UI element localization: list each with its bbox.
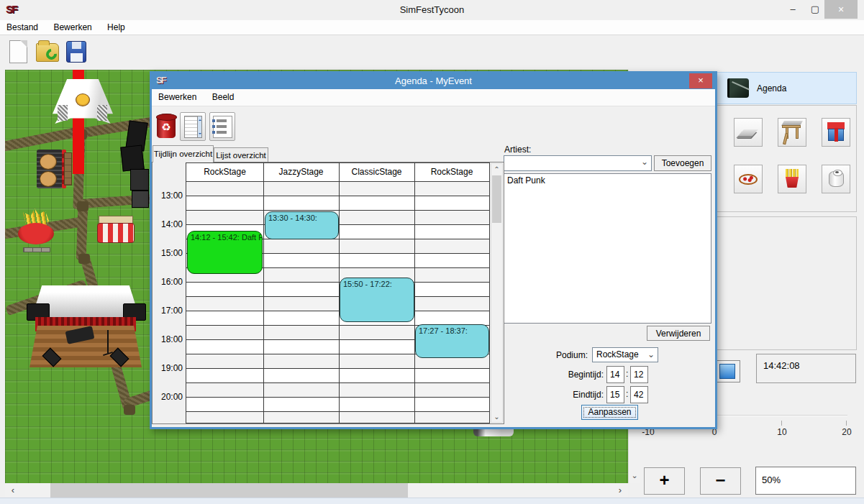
begin-minute-input[interactable]	[630, 366, 648, 383]
booth-body	[97, 223, 135, 243]
stage-structure-icon	[778, 119, 806, 146]
maximize-button[interactable]: ▢	[805, 1, 825, 18]
window-titlebar: SF SimFestTycoon – ▢ ×	[0, 0, 864, 20]
dialog-close-button[interactable]: ×	[689, 73, 712, 88]
tent-fragment	[473, 429, 514, 436]
road	[76, 206, 88, 260]
event-block-selected[interactable]: 14:12 - 15:42: Daft Punk	[187, 231, 263, 274]
road-crossing	[77, 201, 88, 211]
sidebar-item-agenda[interactable]: Agenda	[717, 72, 857, 104]
zoom-level-display: 50%	[755, 467, 856, 495]
road-crossing	[124, 405, 135, 415]
apply-button[interactable]: Aanpassen	[581, 405, 638, 420]
pizza-icon	[739, 174, 758, 185]
close-button[interactable]: ×	[824, 0, 858, 19]
hour-label: 17:00	[154, 306, 183, 316]
minimize-button[interactable]: –	[783, 1, 803, 18]
menu-bewerken[interactable]: Bewerken	[47, 20, 98, 35]
scrollbar-thumb[interactable]	[50, 483, 408, 498]
end-minute-input[interactable]	[630, 386, 648, 403]
hour-label: 13:00	[154, 191, 183, 201]
timeline-panel: 13:00 14:00 15:00 16:00 17:00 18:00 19:0…	[152, 162, 504, 424]
play-button[interactable]	[714, 360, 740, 382]
fries-button[interactable]	[778, 165, 806, 193]
timeline-view-scrollbar-icon	[197, 116, 202, 138]
main-toolbar	[0, 35, 864, 70]
dialog-menubar: Bewerken Beeld	[152, 89, 715, 106]
end-time-label: Eindtijd:	[547, 390, 604, 400]
scroll-down-icon[interactable]: ⌄	[491, 413, 502, 421]
agenda-dialog: SF Agenda - MyEvent × Bewerken Beeld ♻ T…	[150, 71, 717, 429]
status-bar	[0, 498, 864, 504]
save-icon[interactable]	[66, 41, 86, 63]
stage-column-header: RockStage	[414, 163, 489, 182]
dialog-toolbar	[152, 106, 715, 142]
open-file-icon[interactable]	[36, 43, 59, 62]
podium-combobox[interactable]: RockStage ⌄	[592, 347, 658, 362]
timeline-scrollbar[interactable]: ⌃ ⌄	[491, 163, 503, 423]
menu-bestand[interactable]: Bestand	[0, 20, 45, 35]
dialog-menu-beeld[interactable]: Beeld	[206, 89, 241, 106]
event-block[interactable]: 17:27 - 18:37:	[415, 324, 489, 358]
delete-trash-icon[interactable]: ♻	[157, 116, 176, 138]
artist-label: Artiest:	[504, 145, 531, 155]
fries-tray	[23, 247, 50, 252]
zoom-in-button[interactable]: +	[644, 467, 685, 495]
scroll-up-icon[interactable]: ⌃	[491, 165, 502, 173]
list-item-artist[interactable]: Daft Punk	[507, 175, 708, 185]
main-menubar: Bestand Bewerken Help	[0, 20, 864, 35]
scroll-left-icon[interactable]: ‹	[5, 483, 21, 498]
road	[5, 127, 82, 152]
artist-combobox[interactable]: ⌄	[504, 155, 652, 171]
stage-column-header: RockStage	[186, 163, 263, 182]
tent-logo-icon	[76, 93, 90, 106]
scroll-down-icon[interactable]: ⌄	[629, 471, 640, 480]
add-artist-button[interactable]: Toevoegen	[654, 155, 711, 171]
platform-button[interactable]	[734, 118, 763, 147]
main-stage[interactable]	[27, 285, 146, 370]
scrollbar-thumb[interactable]	[492, 175, 501, 223]
dialog-titlebar[interactable]: SF Agenda - MyEvent ×	[152, 73, 715, 89]
tab-tijdlijn-overzicht[interactable]: Tijdlijn overzicht	[153, 145, 214, 162]
event-block[interactable]: 13:30 - 14:30:	[265, 211, 339, 239]
play-icon	[719, 364, 735, 379]
map-horizontal-scrollbar[interactable]: ‹ ›	[5, 483, 628, 498]
menu-help[interactable]: Help	[101, 20, 132, 35]
zoom-out-button[interactable]: −	[700, 467, 741, 495]
tab-lijst-overzicht[interactable]: Lijst overzicht	[214, 147, 268, 162]
food-table	[64, 152, 72, 185]
slider-tick	[781, 421, 782, 426]
begin-colon: :	[626, 369, 628, 379]
hour-label: 18:00	[154, 334, 183, 344]
toilet-paper-button[interactable]	[822, 165, 850, 193]
timeline-body[interactable]: 13:30 - 14:30: 14:12 - 15:42: Daft Punk …	[186, 182, 489, 423]
fries-bowl	[18, 223, 54, 244]
pizza-button[interactable]	[734, 165, 763, 193]
stage-structure-button[interactable]	[778, 118, 806, 147]
hour-label: 15:00	[154, 248, 183, 258]
slider-label: 20	[835, 427, 859, 437]
artist-listbox[interactable]: Daft Punk	[504, 173, 711, 324]
build-items-panel	[717, 105, 857, 212]
stage-column-header: ClassicStage	[339, 163, 414, 182]
new-file-icon[interactable]	[9, 40, 27, 63]
striped-booth[interactable]	[97, 216, 135, 244]
begin-hour-input[interactable]	[606, 366, 624, 383]
dialog-title: Agenda - MyEvent	[152, 73, 715, 89]
tent-leg	[58, 105, 68, 121]
gift-button[interactable]	[822, 118, 850, 147]
slider-tick	[846, 421, 847, 426]
event-block[interactable]: 15:50 - 17:22:	[340, 278, 414, 322]
end-hour-input[interactable]	[606, 386, 624, 403]
timeline-view-button[interactable]	[180, 112, 206, 141]
info-panel	[717, 216, 857, 350]
dialog-menu-bewerken[interactable]: Bewerken	[152, 89, 203, 106]
scroll-right-icon[interactable]: ›	[612, 483, 628, 498]
clock-display: 14:42:08	[756, 354, 856, 383]
list-view-button[interactable]	[209, 112, 235, 141]
speaker-rig[interactable]	[120, 122, 150, 209]
hour-label: 20:00	[154, 392, 183, 402]
remove-button[interactable]: Verwijderen	[647, 326, 710, 341]
gift-icon	[822, 119, 850, 146]
podium-value: RockStage	[596, 349, 639, 359]
